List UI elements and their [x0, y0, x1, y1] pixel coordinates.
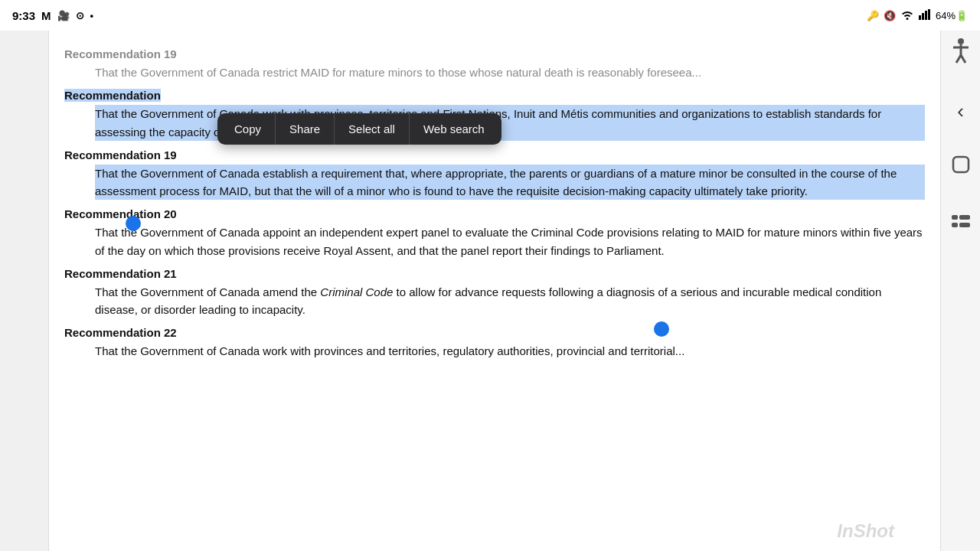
- mute-icon: 🔇: [884, 10, 896, 21]
- rec-21-body: That the Government of Canada amend the …: [95, 283, 925, 319]
- selection-handle-right[interactable]: [654, 321, 669, 337]
- svg-rect-0: [919, 15, 921, 20]
- rec-21-text-1: That the Government of Canada amend the: [95, 285, 317, 298]
- selection-handle-left[interactable]: [126, 216, 141, 231]
- dot-indicator: •: [90, 10, 94, 21]
- status-bar: 9:33 M 🎥 ⊙ • 🔑 🔇 64%🔋: [0, 0, 980, 31]
- svg-rect-13: [959, 223, 970, 227]
- wifi-icon: [900, 9, 914, 22]
- gmail-icon: M: [41, 9, 51, 22]
- chevron-left-icon[interactable]: ‹: [957, 99, 964, 123]
- time-display: 9:33: [12, 9, 35, 22]
- camera-icon: 🎥: [57, 10, 70, 21]
- signal-icon: [919, 9, 931, 22]
- svg-point-4: [958, 38, 964, 44]
- context-menu: Copy Share Select all Web search: [217, 113, 501, 145]
- rec-22-body: That the Government of Canada work with …: [95, 342, 925, 360]
- svg-rect-3: [928, 9, 930, 20]
- status-bar-right: 🔑 🔇 64%🔋: [867, 9, 968, 22]
- document-area: Recommendation 19 That the Government of…: [49, 31, 940, 551]
- rec-19-body: That the Government of Canada establish …: [95, 165, 925, 201]
- main-wrapper: Recommendation 19 That the Government of…: [0, 31, 980, 551]
- watermark: InShot: [837, 520, 894, 542]
- rec-19-partial-title: Recommendation 19: [64, 47, 925, 60]
- svg-line-7: [956, 55, 961, 63]
- recents-icon[interactable]: [950, 210, 972, 236]
- svg-rect-10: [952, 215, 958, 220]
- status-bar-left: 9:33 M 🎥 ⊙ •: [12, 9, 93, 22]
- copy-button[interactable]: Copy: [220, 113, 276, 145]
- rec-22-label: Recommendation 22: [64, 326, 925, 339]
- svg-rect-11: [959, 215, 970, 220]
- rec-20-label: Recommendation 20: [64, 207, 925, 220]
- clock-icon: ⊙: [76, 10, 84, 21]
- rec-19-label: Recommendation 19: [64, 148, 925, 161]
- svg-rect-12: [952, 223, 958, 227]
- svg-line-8: [961, 55, 965, 63]
- rec-21-italic: Criminal Code: [320, 285, 393, 298]
- key-icon: 🔑: [867, 10, 879, 21]
- svg-rect-1: [922, 13, 924, 20]
- home-button-icon[interactable]: [950, 154, 972, 180]
- rec-18-label: Recommendation: [64, 89, 925, 102]
- rec-20-body: That the Government of Canada appoint an…: [95, 223, 925, 259]
- share-button[interactable]: Share: [276, 113, 335, 145]
- svg-rect-9: [953, 157, 969, 172]
- accessibility-icon: [950, 37, 972, 69]
- svg-rect-2: [925, 11, 927, 20]
- select-all-button[interactable]: Select all: [335, 113, 410, 145]
- right-sidebar: ‹: [940, 31, 980, 551]
- web-search-button[interactable]: Web search: [410, 113, 498, 145]
- rec-19-partial-body: That the Government of Canada restrict M…: [95, 64, 925, 81]
- left-edge: [0, 31, 49, 551]
- rec-21-label: Recommendation 21: [64, 267, 925, 280]
- battery-icon: 64%🔋: [936, 10, 968, 21]
